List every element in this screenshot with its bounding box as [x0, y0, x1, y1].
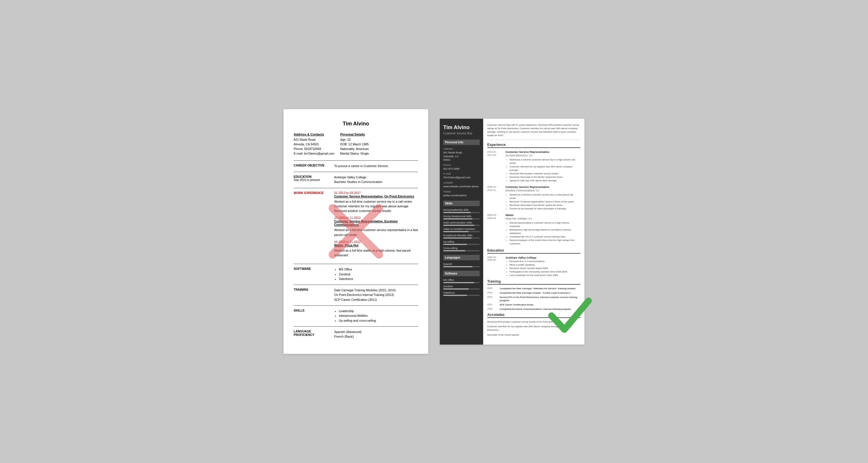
left-job-3: 10-2009 to 11-2012 Waiter, Pizza Hut Wor…: [334, 240, 418, 258]
right-sidebar: Tim Alvino Customer Service Rep Personal…: [440, 119, 483, 345]
left-name: Tim Alvino: [294, 121, 418, 127]
training-3: 2013 Scored 97% in On Point Electronics'…: [487, 296, 580, 302]
exp-date-1: 2013-01 -2017-03: [487, 150, 503, 182]
education-header: Education: [487, 249, 580, 254]
left-work-entries: 01-2013 to 03-2017 Customer Service Repr…: [334, 191, 418, 261]
sidebar-twitter-value: twitter.com/timalvino: [443, 194, 480, 198]
left-objective-text: To pursue a career in Customer Service.: [334, 164, 418, 168]
right-title: Customer Service Rep: [443, 132, 480, 135]
exp-content-2: Customer Service Representative Excelsio…: [505, 185, 580, 210]
resume-left: Tim Alvino Address & Contacts 831 Rasle …: [283, 109, 428, 354]
left-address-label: Address & Contacts: [294, 133, 335, 136]
sidebar-address-value: 831 Rasle RoadAlameda, CA94501: [443, 151, 480, 162]
software-2: Zendesk: [443, 285, 480, 290]
left-skills-list: Leadership Interpersonal Abilities Up-se…: [334, 309, 418, 323]
left-address-col: Address & Contacts 831 Rasle RoadAlmeda,…: [294, 133, 335, 156]
left-work-section: WORK EXPERIENCE 01-2013 to 03-2017 Custo…: [294, 191, 418, 261]
exp-bullets-3: Worked passionately in customer service …: [505, 221, 580, 245]
left-education-label: EDUCATION Sep 2015 to present: [294, 175, 331, 184]
software-1: MS Office: [443, 279, 480, 283]
exp-job-3: 2005-06 -2009-09 Waiter Pizza Hut, Antel…: [487, 213, 580, 245]
skill-5: Exceptional telesales skills.: [443, 234, 480, 239]
left-address-text: 831 Rasle RoadAlmeda, CA 94501Phone: 501…: [294, 137, 335, 156]
left-divider-1: [294, 161, 418, 161]
skills-header: Skills: [443, 201, 480, 206]
training-1: 2015 Completed the Dale Carnegie "Attitu…: [487, 287, 580, 290]
training-5: 2009 Completed Excelsior Communications'…: [487, 308, 580, 311]
left-software-label: SOFTWARE: [294, 267, 331, 281]
sidebar-linkedin-label: LinkedIn: [443, 181, 480, 184]
sidebar-email-value: TimTAlvino@gmail.com: [443, 176, 480, 179]
left-training-label: TRAINING: [294, 288, 331, 302]
left-software-section: SOFTWARE MS Office Zendesk Salesforce: [294, 267, 418, 281]
sidebar-linkedin-value: www.linkedin.com/in/tim-alvino: [443, 185, 480, 189]
training-2: 2014 Completed the Dale Carnegie module,…: [487, 291, 580, 294]
sidebar-email-label: E-mail: [443, 172, 480, 175]
left-skills-section: SKILLS Leadership Interpersonal Abilitie…: [294, 309, 418, 323]
exp-bullets-1: Worked as a full time customer service r…: [505, 158, 580, 182]
skill-4: Adept at complaint resolution.: [443, 228, 480, 232]
left-divider-7: [294, 326, 418, 327]
languages-header: Languages: [443, 255, 480, 260]
left-job-1: 01-2013 to 03-2017 Customer Service Repr…: [334, 191, 418, 213]
left-divider-5: [294, 285, 418, 285]
sidebar-address-label: Address: [443, 147, 480, 150]
left-divider-2: [294, 172, 418, 172]
skill-3: Solid communication skills.: [443, 221, 480, 226]
accolade-2: Customer retention for my regulars was 3…: [487, 325, 580, 332]
exp-date-3: 2005-06 -2009-09: [487, 213, 503, 245]
left-divider-4: [294, 264, 418, 264]
experience-header: Experience: [487, 143, 580, 148]
edu-date-1: 2005-09 -2009-05: [487, 256, 503, 277]
training-4: 2011 SCP Career Certification Exam: [487, 303, 580, 306]
left-education-text: Antelope Valley College Bachelor Studies…: [334, 175, 418, 184]
sidebar-phone-value: 501-873-2669: [443, 167, 480, 171]
edu-bullets-1: Received B.A. in Communications. Minor i…: [505, 260, 580, 277]
accolade-3: Associate of the month awards.: [487, 333, 580, 337]
left-language-text: Spanish (Advanced)French (Basic): [334, 329, 418, 339]
sidebar-phone-label: Phone: [443, 164, 480, 167]
edu-content-1: Antelope Valley College Received B.A. in…: [505, 256, 580, 277]
left-training-section: TRAINING Dale Carnegie Training Modules …: [294, 288, 418, 302]
left-software-list: MS Office Zendesk Salesforce: [334, 267, 418, 281]
left-personal-label: Personal Details: [340, 133, 369, 136]
left-training-text: Dale Carnegie Training Modules (2015, 20…: [334, 288, 418, 302]
left-objective-label: CAREER OBJECTIVE: [294, 164, 331, 168]
exp-bullets-2: Worked as a full time customer service r…: [505, 193, 580, 210]
skill-7: Cross-selling: [443, 247, 480, 251]
software-header: Software: [443, 271, 480, 276]
right-name: Tim Alvino: [443, 124, 480, 131]
left-contact-section: Address & Contacts 831 Rasle RoadAlmeda,…: [294, 133, 418, 156]
exp-content-3: Waiter Pizza Hut, Antelope, CA Worked pa…: [505, 213, 580, 245]
skill-6: Up-selling: [443, 240, 480, 245]
edu-entry-1: 2005-09 -2009-05 Antelope Valley College…: [487, 256, 580, 277]
accolades-header: Accolades: [487, 313, 580, 318]
sidebar-twitter-label: Twitter: [443, 190, 480, 193]
left-divider-3: [294, 188, 418, 188]
resume-right: Tim Alvino Customer Service Rep Personal…: [440, 119, 585, 345]
accolade-1: Received 99% positive customer survey re…: [487, 320, 580, 324]
left-divider-6: [294, 306, 418, 306]
right-main-content: Customer Service Rep with 8+ years exper…: [483, 119, 585, 345]
left-skills-label: SKILLS: [294, 309, 331, 323]
software-3: Salesforce: [443, 291, 480, 296]
left-language-section: LANGUAGEPROFICIENCY Spanish (Advanced)Fr…: [294, 329, 418, 339]
exp-content-1: Customer Service Representative On Point…: [505, 150, 580, 182]
left-personal-col: Personal Details Age: 32DOB: 12 March 19…: [340, 133, 369, 156]
left-education-section: EDUCATION Sep 2015 to present Antelope V…: [294, 175, 418, 184]
left-personal-text: Age: 32DOB: 12 March 1985Nationality: Am…: [340, 137, 369, 156]
right-summary: Customer Service Rep with 8+ years exper…: [487, 123, 580, 140]
left-work-label: WORK EXPERIENCE: [294, 191, 331, 261]
left-objective-section: CAREER OBJECTIVE To pursue a career in C…: [294, 164, 418, 168]
exp-job-1: 2013-01 -2017-03 Customer Service Repres…: [487, 150, 580, 182]
skill-1: Strong leadership skills.: [443, 208, 480, 213]
skill-2: Strong interpersonal skills.: [443, 215, 480, 220]
training-header: Training: [487, 280, 580, 285]
lang-1: Spanish: [443, 263, 480, 267]
personal-info-header: Personal Info: [443, 140, 480, 145]
exp-job-2: 2009-10 -2012-11 Customer Service Repres…: [487, 185, 580, 210]
left-job-2: 10-2009 to 11-2012 Customer Service Repr…: [334, 216, 418, 237]
exp-date-2: 2009-10 -2012-11: [487, 185, 503, 210]
left-language-label: LANGUAGEPROFICIENCY: [294, 329, 331, 339]
